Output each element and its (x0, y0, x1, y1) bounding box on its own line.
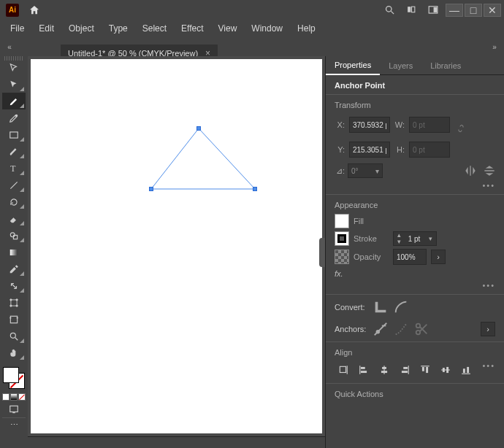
menu-window[interactable]: Window (244, 22, 290, 35)
color-mode-solid[interactable] (2, 393, 9, 401)
remove-anchor-icon[interactable] (373, 321, 389, 337)
tab-layers[interactable]: Layers (380, 57, 421, 74)
opacity-more-icon[interactable]: › (431, 250, 446, 264)
appearance-title: Appearance (335, 201, 495, 209)
paintbrush-tool[interactable] (2, 143, 26, 160)
arrange-documents-icon[interactable] (400, 2, 422, 18)
selection-type-label: Anchor Point (335, 81, 495, 90)
shape-builder-tool[interactable] (2, 227, 26, 244)
eraser-tool[interactable] (2, 210, 26, 227)
menu-object[interactable]: Object (61, 22, 102, 35)
home-button[interactable] (26, 2, 42, 18)
svg-rect-13 (11, 299, 17, 305)
pen-tool[interactable] (2, 93, 26, 109)
close-button[interactable]: ✕ (484, 4, 501, 17)
svg-rect-5 (434, 7, 437, 12)
gradient-tool[interactable] (2, 244, 26, 260)
collapse-left-icon[interactable]: « (4, 43, 15, 56)
align-hcenter-icon[interactable] (375, 361, 393, 379)
direct-selection-tool[interactable] (2, 76, 26, 93)
flip-horizontal-icon[interactable] (465, 165, 476, 177)
svg-rect-46 (467, 367, 469, 373)
align-bottom-icon[interactable] (457, 361, 475, 379)
svg-point-6 (15, 115, 17, 116)
hand-tool[interactable] (2, 344, 26, 361)
x-label: X: (335, 120, 345, 129)
svg-rect-44 (441, 369, 450, 370)
anchor-point[interactable] (196, 126, 201, 131)
svg-point-21 (10, 333, 15, 338)
svg-rect-37 (402, 371, 408, 373)
anchor-point[interactable] (253, 187, 257, 191)
scale-tool[interactable] (2, 277, 26, 294)
y-label: Y: (335, 145, 345, 154)
panel-collapse-handle[interactable] (319, 238, 325, 267)
transform-more-icon[interactable]: ••• (335, 181, 495, 190)
free-transform-tool[interactable] (2, 294, 26, 311)
menu-edit[interactable]: Edit (31, 22, 61, 35)
tab-libraries[interactable]: Libraries (421, 57, 470, 74)
edit-toolbar-button[interactable]: ⋯ (2, 417, 26, 432)
flip-vertical-icon[interactable] (484, 165, 495, 177)
align-top-icon[interactable] (416, 361, 434, 379)
fill-swatch-button[interactable] (335, 214, 349, 228)
menu-view[interactable]: View (211, 22, 245, 35)
tab-properties[interactable]: Properties (326, 56, 380, 75)
minimize-button[interactable]: — (446, 4, 463, 17)
selection-tool[interactable] (2, 59, 26, 76)
convert-smooth-icon[interactable] (393, 299, 409, 315)
svg-rect-29 (340, 366, 345, 372)
canvas-area[interactable] (28, 56, 325, 436)
screen-mode-tool[interactable] (2, 401, 26, 417)
color-mode-none[interactable] (18, 393, 26, 401)
rectangle-tool[interactable] (2, 126, 26, 143)
svg-rect-31 (361, 371, 367, 373)
collapse-right-icon[interactable]: » (489, 43, 500, 56)
search-icon[interactable] (378, 2, 400, 18)
align-to-button[interactable] (335, 361, 352, 379)
constrain-proportions-icon[interactable] (454, 114, 467, 143)
svg-rect-3 (411, 7, 414, 12)
menu-effect[interactable]: Effect (174, 22, 210, 35)
align-left-icon[interactable] (355, 361, 373, 379)
eyedropper-tool[interactable] (2, 260, 26, 277)
curvature-tool[interactable] (2, 109, 26, 126)
stroke-swatch-button[interactable] (335, 231, 349, 246)
menu-file[interactable]: File (3, 22, 31, 35)
x-input[interactable] (349, 117, 390, 133)
appearance-more-icon[interactable]: ••• (335, 281, 495, 290)
opacity-swatch[interactable] (335, 250, 349, 264)
convert-corner-icon[interactable] (373, 299, 389, 315)
svg-rect-32 (359, 366, 360, 374)
align-row: ••• (335, 361, 495, 379)
maximize-button[interactable]: □ (465, 4, 482, 17)
fx-button[interactable]: fx. (335, 269, 495, 278)
anchor-point[interactable] (149, 187, 153, 191)
h-input (409, 142, 450, 158)
color-mode-gradient[interactable] (10, 393, 18, 401)
menu-select[interactable]: Select (135, 22, 174, 35)
svg-rect-23 (10, 406, 18, 412)
line-segment-tool[interactable] (2, 177, 26, 193)
fill-swatch[interactable] (3, 367, 19, 383)
artboard-tool[interactable] (2, 311, 26, 328)
rotate-input[interactable]: 0° (348, 163, 383, 178)
stroke-weight-input[interactable]: ▴▾ 1 pt ▾ (393, 231, 437, 246)
path-shape[interactable] (31, 59, 322, 433)
zoom-tool[interactable] (2, 328, 26, 344)
y-input[interactable] (349, 142, 390, 158)
type-tool[interactable]: T (2, 160, 26, 177)
svg-rect-47 (462, 374, 470, 374)
anchors-more-icon[interactable]: › (481, 322, 495, 336)
fill-stroke-swatch[interactable] (1, 366, 26, 390)
workspace-switcher-icon[interactable] (422, 2, 444, 18)
align-vcenter-icon[interactable] (437, 361, 454, 379)
rotate-tool[interactable] (2, 193, 26, 210)
opacity-input[interactable] (393, 249, 427, 265)
artboard[interactable] (31, 59, 322, 433)
menu-type[interactable]: Type (102, 22, 135, 35)
align-more-icon[interactable]: ••• (482, 361, 495, 379)
svg-rect-41 (421, 366, 429, 366)
align-right-icon[interactable] (396, 361, 413, 379)
menu-help[interactable]: Help (290, 22, 323, 35)
